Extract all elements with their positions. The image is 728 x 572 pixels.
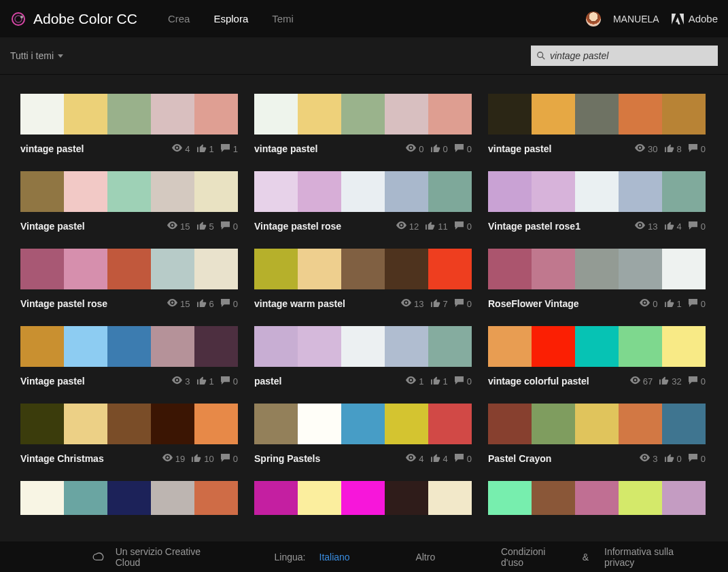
comments-stat[interactable]: 0	[454, 376, 472, 387]
likes-stat[interactable]: 32	[659, 376, 681, 387]
nav-crea[interactable]: Crea	[168, 13, 190, 24]
theme-card[interactable]	[488, 481, 706, 515]
likes-stat[interactable]: 10	[191, 453, 213, 464]
theme-card[interactable]: Vintage Christmas19100	[20, 404, 238, 466]
footer-more[interactable]: Altro	[415, 552, 435, 562]
color-swatch	[254, 171, 298, 212]
theme-card[interactable]: vintage pastel411	[20, 94, 238, 156]
likes-stat[interactable]: 7	[430, 298, 448, 309]
likes-stat[interactable]: 0	[664, 453, 682, 464]
comments-stat[interactable]: 0	[688, 453, 706, 464]
likes-stat[interactable]: 5	[196, 221, 214, 232]
theme-stats: 300	[640, 453, 706, 464]
comments-count: 0	[701, 376, 706, 387]
comments-stat[interactable]: 0	[220, 298, 238, 309]
theme-card[interactable]: Pastel Crayon300	[488, 404, 706, 466]
search-box[interactable]	[531, 46, 718, 66]
avatar[interactable]	[586, 12, 601, 26]
likes-stat[interactable]: 11	[425, 221, 447, 232]
likes-stat[interactable]: 1	[664, 298, 682, 309]
adobe-brand[interactable]: Adobe	[672, 13, 718, 24]
swatch-row	[254, 171, 472, 212]
color-swatch	[194, 404, 238, 444]
likes-stat[interactable]: 1	[196, 376, 214, 387]
likes-stat[interactable]: 0	[430, 143, 448, 154]
comments-stat[interactable]: 0	[688, 143, 706, 154]
theme-card[interactable]: vintage pastel000	[254, 94, 472, 156]
theme-meta: vintage pastel3080	[488, 141, 706, 156]
color-swatch	[107, 249, 151, 289]
footer-privacy[interactable]: Informativa sulla privacy	[604, 546, 701, 568]
eye-icon	[396, 221, 406, 232]
likes-stat[interactable]: 6	[196, 298, 214, 309]
nav-esplora[interactable]: Esplora	[213, 13, 248, 24]
filter-dropdown[interactable]: Tutti i temi	[10, 50, 63, 61]
nav-temi[interactable]: Temi	[272, 13, 294, 24]
comments-stat[interactable]: 0	[220, 376, 238, 387]
username[interactable]: MANUELA	[613, 14, 659, 24]
comments-count: 0	[467, 376, 472, 387]
comments-stat[interactable]: 0	[454, 298, 472, 309]
eye-icon	[172, 143, 182, 154]
comments-stat[interactable]: 0	[688, 376, 706, 387]
theme-card[interactable]: vintage colorful pastel67320	[488, 326, 706, 389]
comments-stat[interactable]: 0	[454, 453, 472, 464]
eye-icon	[167, 298, 177, 309]
comments-stat[interactable]: 0	[688, 298, 706, 309]
comments-stat[interactable]: 0	[688, 221, 706, 232]
footer-lang-value[interactable]: Italiano	[319, 552, 350, 562]
svg-point-7	[639, 147, 641, 149]
theme-card[interactable]: Vintage pastel rose12110	[254, 171, 472, 234]
svg-point-0	[12, 13, 24, 25]
chevron-down-icon	[58, 54, 63, 58]
likes-stat[interactable]: 8	[664, 143, 682, 154]
theme-card[interactable]: Vintage pastel1550	[20, 171, 238, 234]
views-count: 4	[185, 144, 190, 154]
theme-meta: Spring Pastels440	[254, 451, 472, 466]
likes-stat[interactable]: 4	[664, 221, 682, 232]
theme-card[interactable]: vintage warm pastel1370	[254, 249, 472, 311]
theme-card[interactable]	[20, 481, 238, 515]
theme-stats: 1340	[635, 221, 706, 232]
theme-card[interactable]: vintage pastel3080	[488, 94, 706, 156]
search-input[interactable]	[550, 50, 712, 61]
views-stat: 15	[167, 298, 190, 309]
comment-icon	[220, 221, 230, 232]
color-swatch	[341, 94, 385, 135]
theme-meta: vintage pastel000	[254, 141, 472, 156]
views-count: 19	[175, 454, 185, 464]
theme-card[interactable]: RoseFlower Vintage010	[488, 249, 706, 311]
likes-stat[interactable]: 1	[196, 143, 214, 154]
color-swatch	[619, 481, 662, 515]
color-swatch	[107, 481, 151, 515]
comment-icon	[220, 376, 230, 387]
comments-count: 0	[233, 376, 238, 387]
comments-stat[interactable]: 1	[220, 143, 238, 154]
views-stat: 1	[406, 376, 423, 387]
theme-name: vintage pastel	[488, 143, 551, 154]
logo-group: Adobe Color CC	[10, 11, 137, 27]
comments-count: 0	[233, 299, 238, 309]
comments-stat[interactable]: 0	[220, 453, 238, 464]
comments-stat[interactable]: 0	[454, 143, 472, 154]
color-swatch	[151, 481, 194, 515]
comment-icon	[220, 298, 230, 309]
views-stat: 13	[635, 221, 657, 232]
likes-count: 4	[677, 221, 682, 232]
comments-stat[interactable]: 0	[220, 221, 238, 232]
theme-card[interactable]: Vintage pastel310	[20, 326, 238, 389]
theme-card[interactable]: Vintage pastel rose11340	[488, 171, 706, 234]
footer-terms[interactable]: Condizioni d'uso	[501, 546, 567, 568]
theme-card[interactable]: pastel110	[254, 326, 472, 389]
comments-stat[interactable]: 0	[454, 221, 472, 232]
color-swatch	[20, 481, 64, 515]
likes-stat[interactable]: 1	[430, 376, 448, 387]
theme-card[interactable]	[254, 481, 472, 515]
color-swatch	[488, 481, 532, 515]
theme-meta: vintage warm pastel1370	[254, 296, 472, 311]
theme-card[interactable]: Spring Pastels440	[254, 404, 472, 466]
comments-count: 0	[467, 144, 472, 154]
theme-card[interactable]: Vintage pastel rose1560	[20, 249, 238, 311]
likes-stat[interactable]: 4	[430, 453, 448, 464]
thumbs-up-icon	[196, 298, 207, 309]
